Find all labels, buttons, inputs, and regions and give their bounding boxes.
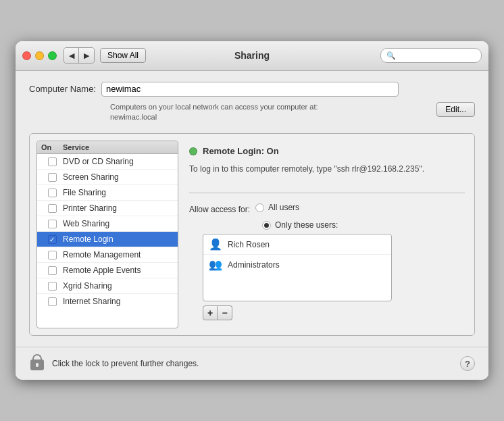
service-name-remote-apple: Remote Apple Events [63,266,141,275]
service-item-web[interactable]: Web Sharing [37,216,178,232]
help-button[interactable]: ? [460,356,475,371]
status-dot [189,147,197,155]
footer: Click the lock to prevent further change… [16,347,488,380]
search-icon: 🔍 [386,51,396,60]
computer-name-input[interactable] [101,82,399,97]
close-button[interactable] [22,51,31,60]
access-row: Allow access for: All users [189,203,465,216]
checkbox-col-xgrid [41,282,63,291]
service-checkbox-printer[interactable] [48,204,57,213]
all-users-option[interactable]: All users [255,203,299,212]
add-user-button[interactable]: + [203,305,218,320]
service-name-dvd: DVD or CD Sharing [63,157,134,166]
titlebar: ◀ ▶ Show All Sharing 🔍 [16,41,488,71]
service-name-remote-mgmt: Remote Management [63,250,141,259]
search-input[interactable] [399,51,476,60]
service-item-remote-login[interactable]: ✓ Remote Login [37,232,178,247]
users-buttons: + − [203,305,465,320]
service-item-internet[interactable]: Internet Sharing [37,294,178,309]
checkbox-col-remote-mgmt [41,251,63,259]
service-checkbox-internet[interactable] [48,297,57,306]
service-checkbox-dvd[interactable] [48,157,57,166]
service-checkbox-xgrid[interactable] [48,282,57,291]
user-icon-admins: 👥 [209,258,222,271]
user-name-rich: Rich Rosen [228,240,270,249]
service-name-file: File Sharing [63,188,106,197]
footer-text: Click the lock to prevent further change… [52,359,199,368]
service-name-web: Web Sharing [63,219,109,228]
users-list: 👤 Rich Rosen 👥 Administrators [203,234,392,301]
network-info-text: Computers on your local network can acce… [110,102,430,123]
service-item-remote-apple[interactable]: Remote Apple Events [37,263,178,278]
services-header: On Service [37,141,178,154]
checkbox-col-printer [41,204,63,213]
sharing-window: ◀ ▶ Show All Sharing 🔍 Computer Name: Co… [16,41,488,380]
only-these-option[interactable]: Only these users: [262,220,465,230]
edit-button[interactable]: Edit... [436,102,475,117]
service-name-xgrid: Xgrid Sharing [63,281,112,291]
only-these-radio[interactable] [262,221,271,230]
nav-buttons: ◀ ▶ [64,47,95,64]
service-description: To log in to this computer remotely, typ… [189,163,465,175]
window-title: Sharing [234,50,270,61]
status-text: Remote Login: On [203,146,279,156]
access-label: Allow access for: [189,205,250,214]
service-item-printer[interactable]: Printer Sharing [37,201,178,216]
only-these-label: Only these users: [275,220,338,230]
traffic-lights [22,51,57,60]
show-all-button[interactable]: Show All [100,48,146,63]
maximize-button[interactable] [48,51,57,60]
service-item-file[interactable]: File Sharing [37,185,178,201]
lock-keyhole [36,363,39,367]
service-checkbox-remote-apple[interactable] [48,266,57,275]
remove-user-button[interactable]: − [218,305,232,320]
service-item-xgrid[interactable]: Xgrid Sharing [37,278,178,294]
service-status: Remote Login: On [189,146,465,156]
back-button[interactable]: ◀ [64,48,79,63]
divider [189,193,465,193]
service-checkbox-file[interactable] [48,189,57,197]
detail-panel: Remote Login: On To log in to this compu… [186,141,468,328]
header-on: On [41,143,63,151]
user-item-admins[interactable]: 👥 Administrators [203,255,391,274]
checkbox-col-remote-apple [41,266,63,275]
forward-button[interactable]: ▶ [79,48,94,63]
checkbox-col-file [41,189,63,197]
service-item-dvd[interactable]: DVD or CD Sharing [37,154,178,170]
computer-name-row: Computer Name: [29,82,475,97]
minimize-button[interactable] [35,51,44,60]
checkbox-col-remote-login: ✓ [41,235,63,244]
service-name-screen: Screen Sharing [63,172,119,182]
service-name-internet: Internet Sharing [63,297,120,306]
service-checkbox-remote-login[interactable]: ✓ [48,235,57,244]
service-checkbox-screen[interactable] [48,173,57,182]
header-service: Service [63,143,89,151]
access-section: Allow access for: All users Only these u… [189,203,465,320]
lock-icon[interactable] [29,354,45,373]
service-item-screen[interactable]: Screen Sharing [37,170,178,185]
computer-name-label: Computer Name: [29,84,96,94]
service-item-remote-mgmt[interactable]: Remote Management [37,247,178,263]
checkbox-col-screen [41,173,63,182]
user-item-rich[interactable]: 👤 Rich Rosen [203,234,391,255]
service-name-printer: Printer Sharing [63,203,117,213]
services-list: On Service DVD or CD Sharing Screen Shar… [36,141,178,328]
checkbox-col-web [41,220,63,228]
service-checkbox-remote-mgmt[interactable] [48,251,57,259]
checkbox-col-internet [41,297,63,306]
all-users-label: All users [268,203,299,212]
main-panel: On Service DVD or CD Sharing Screen Shar… [29,133,475,336]
user-icon-rich: 👤 [209,238,222,251]
network-info: Computers on your local network can acce… [29,102,475,123]
lock-body [30,360,44,370]
service-checkbox-web[interactable] [48,220,57,228]
content-area: Computer Name: Computers on your local n… [16,71,488,347]
service-name-remote-login: Remote Login [63,234,114,244]
checkbox-col-dvd [41,157,63,166]
all-users-radio[interactable] [255,203,264,212]
search-box: 🔍 [380,48,482,63]
user-name-admins: Administrators [228,260,280,270]
